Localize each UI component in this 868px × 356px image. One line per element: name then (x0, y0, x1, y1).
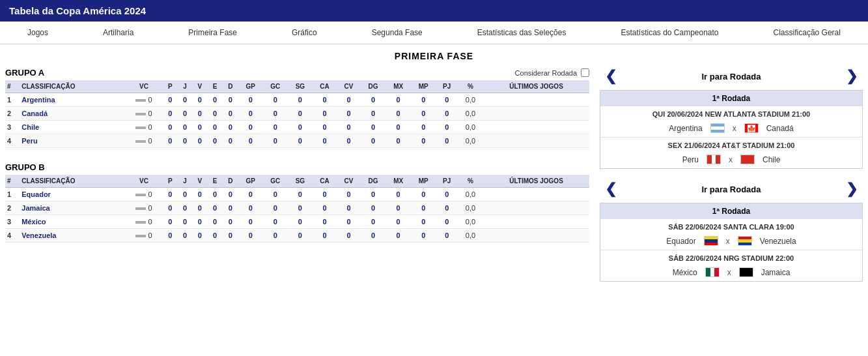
nav-item-artilharia[interactable]: Artilharia (99, 27, 137, 38)
td-j: 0 (178, 188, 192, 201)
team2-a1: Canadá (766, 124, 794, 133)
td-p: 0 (163, 93, 178, 107)
td-d: 0 (223, 134, 238, 148)
td-dg: 0 (361, 121, 386, 134)
team1-a1: Argentina (669, 124, 702, 133)
flag-peru (707, 155, 721, 164)
dash-icon (135, 194, 146, 196)
main-content: GRUPO A Considerar Rodada # CLASSIFICAÇÃ… (0, 65, 868, 291)
td-gp: 0 (238, 229, 263, 243)
td-v: 0 (192, 134, 207, 148)
td-p: 0 (163, 188, 178, 201)
next-rodada-a[interactable]: ❯ (846, 68, 858, 85)
td-sg: 0 (288, 93, 313, 107)
td-j: 0 (178, 134, 192, 148)
td-d: 0 (223, 188, 238, 201)
match-date-b2: SÁB 22/06/2024 NRG STADIUM 22:00 (600, 250, 862, 263)
match-a2: SEX 21/06/2024 AT&T STADIUM 21:00 Peru x… (600, 138, 862, 168)
td-ultimos-jogos (483, 201, 589, 215)
td-d: 0 (223, 93, 238, 107)
considerar-rodada-checkbox-a[interactable] (581, 68, 589, 77)
td-mx: 0 (385, 134, 411, 148)
td-vc: 0 (125, 215, 162, 229)
td-team-name: Jamaica (20, 201, 125, 215)
grupo-a-block: GRUPO A Considerar Rodada # CLASSIFICAÇÃ… (5, 65, 589, 148)
next-rodada-b[interactable]: ❯ (846, 181, 858, 198)
nav-bar: JogosArtilhariaPrimeira FaseGráficoSegun… (0, 22, 868, 44)
prev-rodada-b[interactable]: ❮ (605, 181, 617, 198)
td-dg: 0 (361, 188, 386, 201)
ir-para-rodada-b: Ir para Rodada (617, 185, 846, 194)
vs-a2: x (729, 155, 733, 164)
th-ca: CA (313, 80, 337, 93)
dash-icon (135, 113, 146, 115)
td-dg: 0 (361, 201, 386, 215)
td-d: 0 (223, 229, 238, 243)
td-v: 0 (192, 201, 207, 215)
nav-item-estatísticas-das-seleções[interactable]: Estatísticas das Seleções (473, 27, 570, 38)
td-vc: 0 (125, 121, 162, 134)
nav-item-classificação-geral[interactable]: Classificação Geral (770, 27, 845, 38)
th-pct: % (458, 80, 483, 93)
td-gc: 0 (263, 215, 288, 229)
vs-b1: x (726, 237, 730, 246)
td-pct: 0,0 (458, 121, 483, 134)
nav-item-segunda-fase[interactable]: Segunda Fase (368, 27, 427, 38)
match-row-b1: Equador x Venezuela (600, 232, 862, 250)
flag-equador (704, 236, 718, 246)
dash-icon (135, 99, 146, 102)
td-cv: 0 (337, 229, 361, 243)
nav-item-jogos[interactable]: Jogos (23, 27, 52, 38)
td-e: 0 (207, 215, 222, 229)
grupo-b-rodada: ❮ Ir para Rodada ❯ 1ª Rodada SÁB 22/06/2… (600, 178, 863, 282)
td-mx: 0 (385, 201, 411, 215)
td-j: 0 (178, 201, 192, 215)
match-row-a1: Argentina x Canadá (600, 119, 862, 137)
td-d: 0 (223, 107, 238, 121)
section-title: PRIMEIRA FASE (0, 44, 868, 65)
td-dg: 0 (361, 93, 386, 107)
td-p: 0 (163, 107, 178, 121)
td-gc: 0 (263, 134, 288, 148)
th-d: D (223, 80, 238, 93)
td-team-name: Peru (20, 134, 125, 148)
td-mx: 0 (385, 121, 411, 134)
td-vc: 0 (125, 107, 162, 121)
td-gc: 0 (263, 93, 288, 107)
match-date-b1: SÁB 22/06/2024 SANTA CLARA 19:00 (600, 219, 862, 232)
prev-rodada-a[interactable]: ❮ (605, 68, 617, 85)
right-panel: ❮ Ir para Rodada ❯ 1ª Rodada QUI 20/06/2… (595, 65, 868, 291)
td-pct: 0,0 (458, 215, 483, 229)
td-p: 0 (163, 229, 178, 243)
td-vc: 0 (125, 229, 162, 243)
td-cv: 0 (337, 134, 361, 148)
td-v: 0 (192, 93, 207, 107)
nav-item-gráfico[interactable]: Gráfico (288, 27, 321, 38)
table-row: 4Peru 0000000000000000,0 (5, 134, 589, 148)
td-p: 0 (163, 201, 178, 215)
td-sg: 0 (288, 215, 313, 229)
td-e: 0 (207, 188, 222, 201)
td-ca: 0 (313, 107, 337, 121)
td-mp: 0 (411, 188, 436, 201)
td-j: 0 (178, 93, 192, 107)
td-mp: 0 (411, 201, 436, 215)
td-sg: 0 (288, 188, 313, 201)
nav-item-estatísticas-do-campeonato[interactable]: Estatísticas do Campeonato (617, 27, 722, 38)
td-mp: 0 (411, 93, 436, 107)
td-team-name: Equador (20, 188, 125, 201)
nav-item-primeira-fase[interactable]: Primeira Fase (184, 27, 241, 38)
td-mp: 0 (411, 107, 436, 121)
flag-chile (740, 155, 755, 164)
table-row: 1Equador 0000000000000000,0 (5, 188, 589, 201)
team1-b2: México (673, 268, 697, 277)
td-cv: 0 (337, 215, 361, 229)
match-date-a2: SEX 21/06/2024 AT&T STADIUM 21:00 (600, 138, 862, 151)
flag-mexico (705, 267, 720, 277)
grupo-b-table: # CLASSIFICAÇÃO VC P J V E D GP GC SG CA… (5, 175, 589, 243)
td-vc: 0 (125, 134, 162, 148)
td-ultimos-jogos (483, 121, 589, 134)
th-e: E (207, 80, 222, 93)
td-gp: 0 (238, 107, 263, 121)
td-mx: 0 (385, 215, 411, 229)
